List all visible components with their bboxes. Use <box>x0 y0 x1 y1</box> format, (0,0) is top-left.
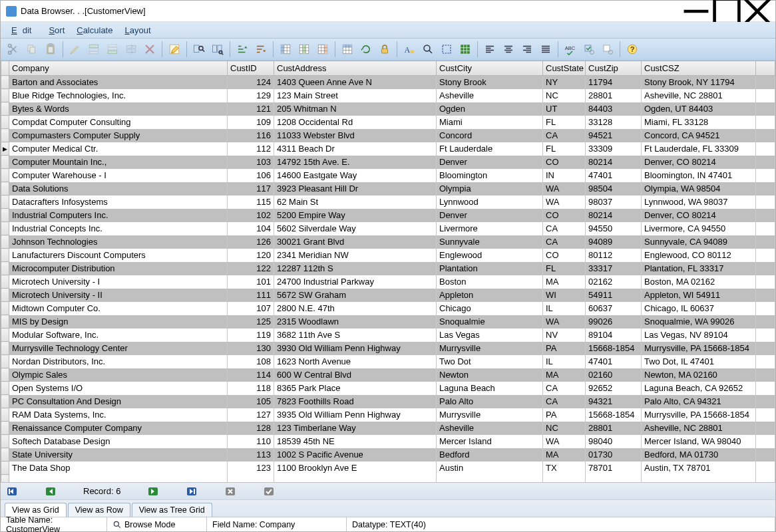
cell-custcsz[interactable]: Murrysville, PA 15668-1854 <box>642 408 756 422</box>
insert-row-before-button[interactable] <box>85 41 102 58</box>
cell-custstate[interactable]: CA <box>543 395 586 408</box>
cell-custcsz[interactable]: Appleton, WI 54911 <box>642 289 756 302</box>
cell-custstate[interactable]: NY <box>543 76 586 89</box>
cell-custstate[interactable]: PA <box>543 408 586 422</box>
cell-custaddress[interactable]: 3935 Old William Penn Highway <box>274 408 437 422</box>
cell-custid[interactable]: 121 <box>228 102 274 116</box>
cell-custid[interactable]: 122 <box>228 262 274 275</box>
cell-company[interactable]: Nordan Distributors, Inc. <box>9 355 228 368</box>
commit-record-button[interactable] <box>263 485 275 497</box>
cell-custzip[interactable]: 94089 <box>586 235 642 249</box>
cell-custstate[interactable]: WA <box>543 196 586 209</box>
cell-company[interactable]: Microtech University - I <box>9 275 228 289</box>
cell-custcity[interactable]: Appleton <box>437 289 543 302</box>
table-row[interactable]: Olympic Sales114600 W Central BlvdNewton… <box>1 368 775 382</box>
table-row[interactable]: Datacrafters Infosystems11562 Main StLyn… <box>1 196 775 209</box>
cell-custcsz[interactable]: Murrysville, PA 15668-1854 <box>642 342 756 355</box>
cell-company[interactable]: Lanufacturers Discount Computers <box>9 249 228 262</box>
cell-custid[interactable]: 110 <box>228 435 274 448</box>
cell-custcity[interactable]: Sunnyvale <box>437 235 543 249</box>
cell-custstate[interactable]: WA <box>543 182 586 196</box>
cell-custid[interactable]: 123 <box>228 462 274 475</box>
cell-custid[interactable]: 104 <box>228 222 274 235</box>
table-row[interactable]: Industrial Concepts Inc.1045602 Silverda… <box>1 222 775 235</box>
cell-custaddress[interactable]: 3923 Pleasant Hill Dr <box>274 182 437 196</box>
cell-custstate[interactable]: CO <box>543 156 586 169</box>
cell-custaddress[interactable]: 8365 Park Place <box>274 382 437 395</box>
cell-custstate[interactable]: FL <box>543 116 586 129</box>
table-row[interactable]: Softech Database Design11018539 45th NEM… <box>1 435 775 448</box>
cell-company[interactable]: Midtown Computer Co. <box>9 302 228 315</box>
cell-custstate[interactable]: NV <box>543 329 586 342</box>
cell-custid[interactable]: 118 <box>228 382 274 395</box>
table-row[interactable]: Bytes & Words121205 Whitman NOgdenUT8440… <box>1 102 775 116</box>
cell-custcsz[interactable]: Bloomington, IN 47401 <box>642 169 756 182</box>
row-marker[interactable] <box>1 249 9 262</box>
cell-custzip[interactable]: 47401 <box>586 355 642 368</box>
row-marker[interactable] <box>1 395 9 408</box>
column-add-button[interactable] <box>295 41 313 58</box>
cell-custaddress[interactable]: 14600 Eastgate Way <box>274 169 437 182</box>
cell-custid[interactable]: 129 <box>228 89 274 102</box>
cell-custzip[interactable]: 15668-1854 <box>586 342 642 355</box>
cut-button[interactable] <box>5 41 22 58</box>
font-button[interactable]: A <box>401 41 418 58</box>
cell-company[interactable]: Industrial Computers Inc. <box>9 209 228 222</box>
cell-company[interactable]: Modular Software, Inc. <box>9 329 228 342</box>
cell-custid[interactable]: 103 <box>228 156 274 169</box>
cell-custcity[interactable]: Asheville <box>437 89 543 102</box>
cell-custcity[interactable]: Plantation <box>437 262 543 275</box>
table-row[interactable]: The Data Shop1231100 Brooklyn Ave EAusti… <box>1 462 775 475</box>
table-row[interactable]: Lanufacturers Discount Computers1202341 … <box>1 249 775 262</box>
row-marker[interactable] <box>1 222 9 235</box>
cell-custzip[interactable]: 92652 <box>586 382 642 395</box>
cell-company[interactable]: Renaissance Computer Company <box>9 422 228 435</box>
cell-custstate[interactable]: WI <box>543 289 586 302</box>
unmark-button[interactable] <box>599 41 616 58</box>
cell-custid[interactable]: 106 <box>228 169 274 182</box>
copy-button[interactable] <box>23 41 41 58</box>
cell-custid[interactable]: 117 <box>228 182 274 196</box>
cell-company[interactable]: Softech Database Design <box>9 435 228 448</box>
cell-custaddress[interactable]: 1208 Occidental Rd <box>274 116 437 129</box>
row-marker[interactable] <box>1 235 9 249</box>
sort-asc-button[interactable] <box>234 41 251 58</box>
cell-custaddress[interactable]: 5672 SW Graham <box>274 289 437 302</box>
row-marker[interactable] <box>1 355 9 368</box>
cell-custid[interactable]: 101 <box>228 275 274 289</box>
cell-custstate[interactable]: CO <box>543 249 586 262</box>
cell-custcity[interactable]: Denver <box>437 156 543 169</box>
cell-custstate[interactable]: NC <box>543 89 586 102</box>
row-marker[interactable] <box>1 156 9 169</box>
cell-custcsz[interactable]: Austin, TX 78701 <box>642 462 756 475</box>
cell-custcity[interactable]: Miami <box>437 116 543 129</box>
cell-custstate[interactable]: CA <box>543 222 586 235</box>
cell-company[interactable]: PC Consultation And Design <box>9 395 228 408</box>
edit-button[interactable] <box>67 41 84 58</box>
menu-layout[interactable]: Layout <box>119 24 156 37</box>
cell-custstate[interactable]: MA <box>543 275 586 289</box>
cell-custzip[interactable]: 94550 <box>586 222 642 235</box>
cell-custaddress[interactable]: 14792 15th Ave. E. <box>274 156 437 169</box>
row-marker[interactable] <box>1 382 9 395</box>
sort-desc-button[interactable] <box>252 41 270 58</box>
cell-company[interactable]: Microcomputer Distribution <box>9 262 228 275</box>
help-button[interactable]: ? <box>624 41 641 58</box>
cell-custcsz[interactable]: Livermore, CA 94550 <box>642 222 756 235</box>
cell-custstate[interactable]: TX <box>543 462 586 475</box>
table-row[interactable]: Microtech University - II1115672 SW Grah… <box>1 289 775 302</box>
cell-custzip[interactable]: 80112 <box>586 249 642 262</box>
align-left-button[interactable] <box>481 41 498 58</box>
cell-custaddress[interactable]: 600 W Central Blvd <box>274 368 437 382</box>
col-custzip[interactable]: CustZip <box>586 61 642 76</box>
cell-company[interactable]: RAM Data Systems, Inc. <box>9 408 228 422</box>
row-marker[interactable] <box>1 448 9 462</box>
cell-custzip[interactable]: 01730 <box>586 448 642 462</box>
cell-company[interactable]: State University <box>9 448 228 462</box>
cell-company[interactable]: Compdat Computer Consulting <box>9 116 228 129</box>
cell-company[interactable]: Blue Ridge Technologies, Inc. <box>9 89 228 102</box>
cell-custcsz[interactable]: Lynnwood, WA 98037 <box>642 196 756 209</box>
cell-custaddress[interactable]: 5200 Empire Way <box>274 209 437 222</box>
cell-custcity[interactable]: Asheville <box>437 422 543 435</box>
cell-custcsz[interactable]: Plantation, FL 33317 <box>642 262 756 275</box>
